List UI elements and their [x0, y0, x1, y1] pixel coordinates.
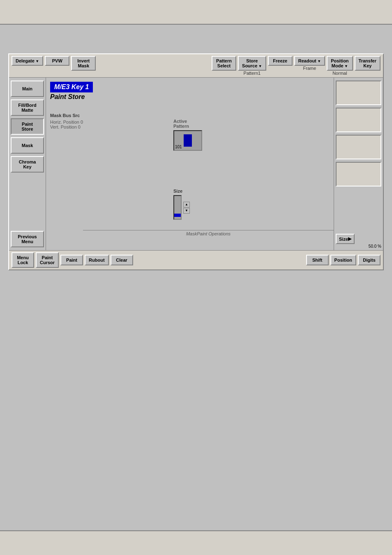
center-content: M/E3 Key 1 Paint Store Mask Bus Src Hori…: [46, 78, 334, 250]
size-slider-container: ▲ ▼: [173, 195, 190, 220]
size-readout-area: Size ▶ 50.0 %: [336, 234, 381, 249]
content-area: Main Fill/Bord Matte Paint Store Mask Ch…: [9, 78, 383, 250]
store-source-value: Pattern1: [244, 71, 261, 76]
store-source-group: Store Source Pattern1: [238, 56, 266, 76]
right-slot-3: [336, 135, 381, 159]
position-mode-group: Position Mode Normal: [327, 56, 353, 76]
nav-paint-store[interactable]: Paint Store: [11, 118, 44, 135]
pattern-indicator: [184, 134, 192, 147]
readout-value: Frame: [303, 66, 316, 71]
freeze-group: Freeze: [268, 56, 293, 76]
clear-button[interactable]: Clear: [111, 255, 133, 265]
size-area: Size ▲ ▼: [173, 189, 190, 220]
size-down-arrow[interactable]: ▼: [183, 208, 190, 214]
size-readout-button[interactable]: Size ▶: [336, 234, 355, 244]
size-slider-thumb: [174, 214, 181, 217]
nav-fill-bord-matte[interactable]: Fill/Bord Matte: [11, 99, 44, 116]
pvw-button[interactable]: PVW: [45, 56, 69, 66]
left-nav: Main Fill/Bord Matte Paint Store Mask Ch…: [9, 78, 46, 250]
maskpaint-ops-label: MaskPaint Operations: [83, 230, 334, 237]
right-slot-4: [336, 162, 381, 187]
position-mode-value: Normal: [332, 71, 347, 76]
readout-group: Readout Frame: [294, 56, 325, 76]
pattern-select-button[interactable]: Pattern Select: [212, 56, 236, 71]
nav-chroma-key[interactable]: Chroma Key: [11, 156, 44, 173]
readout-button[interactable]: Readout: [294, 56, 325, 66]
right-slot-2: [336, 108, 381, 132]
invert-mask-button[interactable]: Invert Mask: [71, 56, 96, 71]
spacer1: [97, 56, 210, 76]
freeze-button[interactable]: Freeze: [268, 56, 293, 66]
delegate-button[interactable]: Delegate: [12, 56, 43, 66]
main-panel: Delegate PVW Invert Mask Pattern Select …: [8, 53, 384, 270]
shift-button[interactable]: Shift: [306, 255, 329, 265]
delegate-group: Delegate: [12, 56, 43, 76]
top-bar: [0, 0, 392, 25]
rubout-button[interactable]: Rubout: [85, 255, 108, 265]
size-readout-label: Size: [339, 237, 348, 242]
position-mode-button[interactable]: Position Mode: [327, 56, 353, 71]
size-arrows: ▲ ▼: [183, 202, 190, 214]
invert-mask-group: Invert Mask: [71, 56, 96, 76]
nav-main[interactable]: Main: [11, 81, 44, 97]
bottom-toolbar: Menu Lock Paint Cursor Paint Rubout Clea…: [9, 250, 383, 269]
size-label: Size: [173, 189, 190, 193]
mask-bus-src-label: Mask Bus Src: [50, 113, 330, 118]
position-button[interactable]: Position: [330, 255, 356, 265]
size-up-arrow[interactable]: ▲: [183, 202, 190, 207]
paint-button[interactable]: Paint: [60, 255, 83, 265]
pattern-box: 101: [173, 130, 202, 151]
store-source-button[interactable]: Store Source: [238, 56, 266, 71]
menu-lock-button[interactable]: Menu Lock: [12, 252, 34, 268]
nav-previous-menu[interactable]: Previous Menu: [11, 231, 44, 247]
transfer-key-group: Transfer Key: [355, 56, 380, 76]
right-slot-1: [336, 81, 381, 105]
transfer-key-button[interactable]: Transfer Key: [355, 56, 380, 71]
paint-cursor-button[interactable]: Paint Cursor: [36, 252, 59, 268]
pattern-number: 101: [175, 145, 182, 149]
toolbar: Delegate PVW Invert Mask Pattern Select …: [9, 54, 383, 78]
active-pattern-label: Active Pattern: [173, 119, 202, 129]
digits-button[interactable]: Digits: [358, 255, 380, 265]
size-readout-value: 50.0 %: [336, 244, 381, 249]
bottom-bar: [0, 530, 392, 555]
paint-store-title: Paint Store: [50, 93, 330, 101]
pattern-select-group: Pattern Select: [212, 56, 236, 76]
me-title-box: M/E3 Key 1: [50, 82, 93, 92]
right-panel: Size ▶ 50.0 %: [334, 78, 383, 250]
active-pattern-area: Active Pattern 101: [173, 119, 202, 151]
right-arrow-icon: ▶: [348, 236, 351, 242]
size-slider-track[interactable]: [173, 195, 182, 220]
pvw-group: PVW: [45, 56, 69, 76]
nav-mask[interactable]: Mask: [11, 137, 44, 154]
